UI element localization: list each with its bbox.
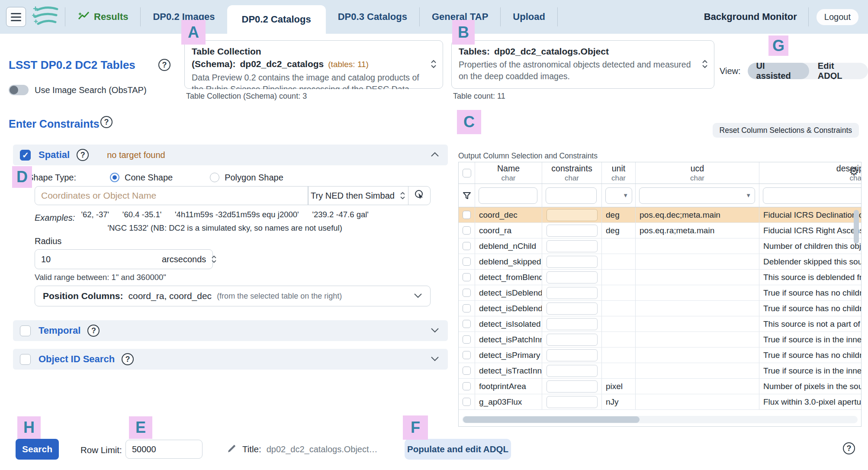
- tab-dp03-catalogs[interactable]: DP0.3 Catalogs: [326, 0, 419, 34]
- radius-input[interactable]: [35, 250, 162, 269]
- name-filter-input[interactable]: [479, 187, 537, 204]
- coordinates-input[interactable]: [35, 187, 308, 205]
- column-header-ucd[interactable]: ucdchar: [636, 162, 759, 183]
- page-title: LSST DP0.2 DC2 Tables: [9, 58, 135, 72]
- temporal-section-header[interactable]: Temporal ?: [13, 320, 448, 341]
- row-checkbox[interactable]: [463, 242, 471, 250]
- help-icon[interactable]: ?: [843, 442, 855, 454]
- search-button[interactable]: Search: [16, 439, 59, 460]
- objectid-checkbox[interactable]: [20, 354, 31, 365]
- constraint-input[interactable]: [547, 396, 598, 408]
- expand-chevron-icon[interactable]: [431, 327, 439, 335]
- filter-funnel-icon[interactable]: [459, 184, 475, 207]
- tab-results[interactable]: Results: [65, 0, 140, 34]
- constraint-input[interactable]: [547, 287, 598, 299]
- table-row[interactable]: g_ap03Flux nJy Flux within 3.0-pixel ape…: [459, 394, 861, 410]
- constraint-input[interactable]: [547, 271, 598, 283]
- chevron-up-down-icon[interactable]: [702, 60, 708, 68]
- position-columns-select[interactable]: Position Columns: coord_ra, coord_dec (f…: [35, 286, 431, 306]
- column-header-constraints[interactable]: constraintschar: [542, 162, 602, 183]
- help-icon[interactable]: ?: [87, 325, 100, 337]
- row-checkbox[interactable]: [463, 226, 471, 235]
- row-checkbox[interactable]: [463, 398, 471, 406]
- column-header-description[interactable]: descriptionchar: [759, 162, 862, 183]
- constraint-input[interactable]: [547, 380, 598, 393]
- row-checkbox[interactable]: [463, 351, 471, 359]
- collapse-chevron-icon[interactable]: [431, 151, 439, 159]
- select-all-checkbox[interactable]: [463, 169, 471, 177]
- resolver-select[interactable]: Try NED then Simbad: [309, 187, 408, 205]
- horizontal-scrollbar-track[interactable]: [462, 416, 858, 423]
- constraint-input[interactable]: [547, 209, 598, 221]
- row-limit-input[interactable]: [125, 440, 203, 459]
- row-checkbox[interactable]: [463, 335, 471, 344]
- expand-chevron-icon[interactable]: [431, 355, 439, 363]
- constraint-input[interactable]: [547, 225, 598, 237]
- logout-button[interactable]: Logout: [817, 9, 858, 25]
- radius-valid-range-hint: Valid range between: 1" and 360000": [35, 273, 166, 282]
- pencil-icon[interactable]: [227, 443, 237, 455]
- table-row[interactable]: detect_isDeblended True if source has no…: [459, 285, 861, 301]
- constraint-input[interactable]: [547, 240, 598, 252]
- table-row[interactable]: deblend_skipped Deblender skipped this s…: [459, 254, 861, 270]
- help-icon[interactable]: ?: [158, 59, 170, 71]
- tab-upload[interactable]: Upload: [501, 0, 557, 34]
- constraint-input[interactable]: [547, 256, 598, 268]
- image-search-toggle[interactable]: [9, 85, 29, 95]
- row-checkbox[interactable]: [463, 304, 471, 312]
- table-settings-gear-icon[interactable]: ⚙: [849, 166, 859, 177]
- vertical-scrollbar[interactable]: [854, 210, 859, 244]
- table-row[interactable]: detect_isTractInner True if source is in…: [459, 363, 861, 379]
- row-checkbox[interactable]: [463, 273, 471, 281]
- table-row[interactable]: detect_isIsolated This source is not a p…: [459, 316, 861, 332]
- constraint-input[interactable]: [547, 318, 598, 330]
- column-header-name[interactable]: Namechar: [475, 162, 542, 183]
- row-checkbox[interactable]: [463, 211, 471, 219]
- annotation-label-e: E: [129, 416, 152, 439]
- schema-select[interactable]: Table Collection (Schema):dp02_dc2_catal…: [184, 40, 443, 89]
- spatial-checkbox[interactable]: [20, 150, 31, 161]
- row-checkbox[interactable]: [463, 382, 471, 390]
- constraint-input[interactable]: [547, 365, 598, 377]
- constraint-input[interactable]: [547, 303, 598, 315]
- view-ui-assisted-button[interactable]: UI assisted: [748, 63, 809, 79]
- help-icon[interactable]: ?: [77, 149, 89, 161]
- radius-unit-select[interactable]: arcseconds: [162, 250, 217, 269]
- constraint-input[interactable]: [547, 349, 598, 361]
- column-header-unit[interactable]: unitchar: [602, 162, 636, 183]
- table-row[interactable]: detect_fromBlend This source is deblende…: [459, 270, 861, 285]
- table-row[interactable]: detect_isPrimary True if source has no c…: [459, 348, 861, 363]
- horizontal-scrollbar-thumb[interactable]: [463, 416, 640, 423]
- description-filter-input[interactable]: [763, 187, 862, 204]
- table-row[interactable]: detect_isDeblended True if source has no…: [459, 301, 861, 316]
- temporal-checkbox[interactable]: [20, 325, 31, 336]
- ucd-filter-select[interactable]: [639, 187, 755, 204]
- row-checkbox[interactable]: [463, 367, 471, 375]
- table-select[interactable]: Tables:dp02_dc2_catalogs.Object Properti…: [451, 40, 714, 89]
- cone-shape-radio[interactable]: Cone Shape: [110, 173, 173, 183]
- polygon-shape-radio[interactable]: Polygon Shape: [210, 173, 283, 183]
- view-edit-adql-button[interactable]: Edit ADQL: [809, 63, 868, 79]
- row-checkbox[interactable]: [463, 258, 471, 266]
- row-checkbox[interactable]: [463, 289, 471, 297]
- table-row[interactable]: coord_ra deg pos.eq.ra;meta.main Fiducia…: [459, 223, 861, 238]
- unit-filter-select[interactable]: [605, 187, 632, 204]
- hamburger-menu-icon[interactable]: [6, 7, 26, 27]
- reset-columns-button[interactable]: Reset Column Selections & Constraints: [713, 123, 859, 138]
- resolve-target-button[interactable]: [408, 187, 430, 205]
- table-row[interactable]: detect_isPatchInner True if source is in…: [459, 332, 861, 348]
- background-monitor-button[interactable]: Background Monitor: [693, 11, 808, 23]
- table-row[interactable]: deblend_nChild Number of children this o…: [459, 238, 861, 254]
- constraint-input[interactable]: [547, 334, 598, 346]
- constraints-filter-input[interactable]: [546, 187, 597, 204]
- help-icon[interactable]: ?: [122, 353, 134, 365]
- help-icon[interactable]: ?: [100, 116, 113, 128]
- objectid-section-header[interactable]: Object ID Search ?: [13, 349, 448, 370]
- spatial-section-header[interactable]: Spatial ? no target found: [13, 145, 448, 165]
- populate-adql-button[interactable]: Populate and edit ADQL: [405, 439, 511, 460]
- chevron-up-down-icon[interactable]: [431, 60, 437, 68]
- table-row[interactable]: coord_dec deg pos.eq.dec;meta.main Fiduc…: [459, 207, 861, 223]
- row-checkbox[interactable]: [463, 320, 471, 328]
- tab-dp02-catalogs-active[interactable]: DP0.2 Catalogs: [227, 5, 326, 34]
- table-row[interactable]: footprintArea pixel Number of pixels in …: [459, 379, 861, 394]
